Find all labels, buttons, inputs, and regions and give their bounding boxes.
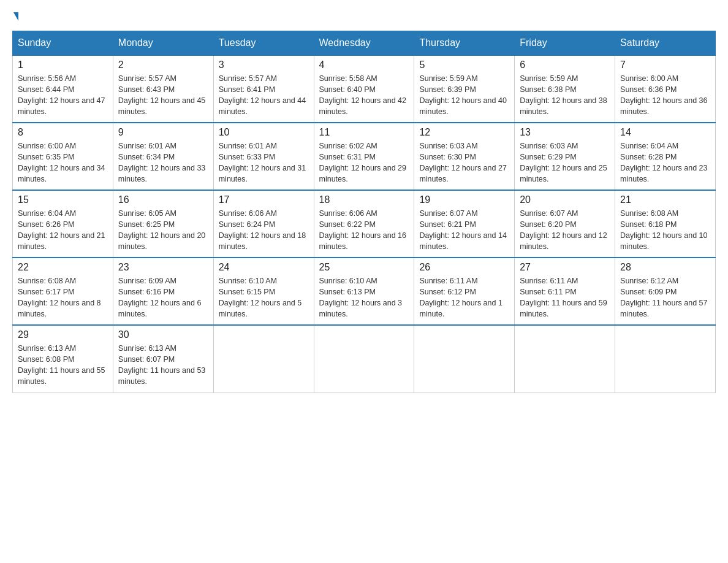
calendar-cell: 5Sunrise: 5:59 AMSunset: 6:39 PMDaylight… <box>414 55 515 123</box>
day-info: Sunrise: 6:11 AMSunset: 6:11 PMDaylight:… <box>520 275 610 320</box>
calendar-cell: 11Sunrise: 6:02 AMSunset: 6:31 PMDayligh… <box>314 123 414 190</box>
day-number: 9 <box>118 127 208 138</box>
calendar-cell: 13Sunrise: 6:03 AMSunset: 6:29 PMDayligh… <box>515 123 615 190</box>
calendar-cell: 28Sunrise: 6:12 AMSunset: 6:09 PMDayligh… <box>615 258 716 325</box>
day-info: Sunrise: 6:07 AMSunset: 6:21 PMDaylight:… <box>419 208 509 253</box>
day-info: Sunrise: 6:09 AMSunset: 6:16 PMDaylight:… <box>118 275 208 320</box>
calendar-header-wednesday: Wednesday <box>314 31 414 56</box>
day-number: 7 <box>620 59 710 71</box>
calendar-week-row: 8Sunrise: 6:00 AMSunset: 6:35 PMDaylight… <box>13 123 716 190</box>
day-info: Sunrise: 5:57 AMSunset: 6:43 PMDaylight:… <box>118 73 208 118</box>
day-number: 1 <box>18 59 108 71</box>
calendar-cell: 22Sunrise: 6:08 AMSunset: 6:17 PMDayligh… <box>13 258 113 325</box>
calendar-cell: 15Sunrise: 6:04 AMSunset: 6:26 PMDayligh… <box>13 190 113 258</box>
day-number: 5 <box>419 59 509 71</box>
calendar-cell: 18Sunrise: 6:06 AMSunset: 6:22 PMDayligh… <box>314 190 414 258</box>
calendar-week-row: 1Sunrise: 5:56 AMSunset: 6:44 PMDaylight… <box>13 55 716 123</box>
day-info: Sunrise: 5:56 AMSunset: 6:44 PMDaylight:… <box>18 73 108 118</box>
calendar-cell: 3Sunrise: 5:57 AMSunset: 6:41 PMDaylight… <box>213 55 314 123</box>
logo-triangle-icon <box>13 12 18 21</box>
calendar-cell: 12Sunrise: 6:03 AMSunset: 6:30 PMDayligh… <box>414 123 515 190</box>
day-info: Sunrise: 6:00 AMSunset: 6:36 PMDaylight:… <box>620 73 710 118</box>
day-number: 19 <box>419 194 509 205</box>
day-number: 17 <box>219 194 309 205</box>
calendar-cell: 9Sunrise: 6:01 AMSunset: 6:34 PMDaylight… <box>113 123 213 190</box>
day-info: Sunrise: 6:04 AMSunset: 6:26 PMDaylight:… <box>18 208 108 253</box>
calendar-week-row: 15Sunrise: 6:04 AMSunset: 6:26 PMDayligh… <box>13 190 716 258</box>
day-info: Sunrise: 6:10 AMSunset: 6:15 PMDaylight:… <box>219 275 309 320</box>
calendar-week-row: 22Sunrise: 6:08 AMSunset: 6:17 PMDayligh… <box>13 258 716 325</box>
calendar-cell: 7Sunrise: 6:00 AMSunset: 6:36 PMDaylight… <box>615 55 716 123</box>
day-number: 4 <box>319 59 409 71</box>
day-number: 21 <box>620 194 710 205</box>
calendar-cell: 4Sunrise: 5:58 AMSunset: 6:40 PMDaylight… <box>314 55 414 123</box>
calendar-cell: 29Sunrise: 6:13 AMSunset: 6:08 PMDayligh… <box>13 325 113 393</box>
calendar-cell: 21Sunrise: 6:08 AMSunset: 6:18 PMDayligh… <box>615 190 716 258</box>
day-info: Sunrise: 6:01 AMSunset: 6:33 PMDaylight:… <box>219 140 309 185</box>
day-number: 18 <box>319 194 409 205</box>
calendar-table: SundayMondayTuesdayWednesdayThursdayFrid… <box>12 31 716 393</box>
day-info: Sunrise: 6:07 AMSunset: 6:20 PMDaylight:… <box>520 208 610 253</box>
calendar-body: 1Sunrise: 5:56 AMSunset: 6:44 PMDaylight… <box>13 55 716 393</box>
day-number: 15 <box>18 194 108 205</box>
day-number: 30 <box>118 329 208 340</box>
calendar-week-row: 29Sunrise: 6:13 AMSunset: 6:08 PMDayligh… <box>13 325 716 393</box>
calendar-header-sunday: Sunday <box>13 31 113 56</box>
day-info: Sunrise: 6:13 AMSunset: 6:08 PMDaylight:… <box>18 343 108 388</box>
calendar-header-saturday: Saturday <box>615 31 716 56</box>
calendar-cell: 19Sunrise: 6:07 AMSunset: 6:21 PMDayligh… <box>414 190 515 258</box>
calendar-cell: 23Sunrise: 6:09 AMSunset: 6:16 PMDayligh… <box>113 258 213 325</box>
day-number: 20 <box>520 194 610 205</box>
day-info: Sunrise: 6:05 AMSunset: 6:25 PMDaylight:… <box>118 208 208 253</box>
calendar-cell: 8Sunrise: 6:00 AMSunset: 6:35 PMDaylight… <box>13 123 113 190</box>
calendar-cell: 30Sunrise: 6:13 AMSunset: 6:07 PMDayligh… <box>113 325 213 393</box>
day-info: Sunrise: 6:13 AMSunset: 6:07 PMDaylight:… <box>118 343 208 388</box>
day-info: Sunrise: 5:57 AMSunset: 6:41 PMDaylight:… <box>219 73 309 118</box>
calendar-cell: 24Sunrise: 6:10 AMSunset: 6:15 PMDayligh… <box>213 258 314 325</box>
day-info: Sunrise: 6:04 AMSunset: 6:28 PMDaylight:… <box>620 140 710 185</box>
day-info: Sunrise: 6:03 AMSunset: 6:30 PMDaylight:… <box>419 140 509 185</box>
day-info: Sunrise: 6:12 AMSunset: 6:09 PMDaylight:… <box>620 275 710 320</box>
day-number: 25 <box>319 262 409 273</box>
calendar-cell: 1Sunrise: 5:56 AMSunset: 6:44 PMDaylight… <box>13 55 113 123</box>
day-info: Sunrise: 6:06 AMSunset: 6:24 PMDaylight:… <box>219 208 309 253</box>
day-info: Sunrise: 6:01 AMSunset: 6:34 PMDaylight:… <box>118 140 208 185</box>
calendar-cell <box>314 325 414 393</box>
day-info: Sunrise: 6:03 AMSunset: 6:29 PMDaylight:… <box>520 140 610 185</box>
day-number: 22 <box>18 262 108 273</box>
calendar-cell <box>515 325 615 393</box>
day-number: 14 <box>620 127 710 138</box>
calendar-header-tuesday: Tuesday <box>213 31 314 56</box>
page-header <box>12 12 716 21</box>
day-info: Sunrise: 5:59 AMSunset: 6:38 PMDaylight:… <box>520 73 610 118</box>
day-number: 28 <box>620 262 710 273</box>
calendar-cell: 20Sunrise: 6:07 AMSunset: 6:20 PMDayligh… <box>515 190 615 258</box>
calendar-cell: 2Sunrise: 5:57 AMSunset: 6:43 PMDaylight… <box>113 55 213 123</box>
calendar-header-friday: Friday <box>515 31 615 56</box>
day-info: Sunrise: 6:02 AMSunset: 6:31 PMDaylight:… <box>319 140 409 185</box>
day-number: 11 <box>319 127 409 138</box>
calendar-cell: 6Sunrise: 5:59 AMSunset: 6:38 PMDaylight… <box>515 55 615 123</box>
calendar-cell: 10Sunrise: 6:01 AMSunset: 6:33 PMDayligh… <box>213 123 314 190</box>
calendar-cell: 26Sunrise: 6:11 AMSunset: 6:12 PMDayligh… <box>414 258 515 325</box>
day-number: 10 <box>219 127 309 138</box>
day-info: Sunrise: 6:00 AMSunset: 6:35 PMDaylight:… <box>18 140 108 185</box>
calendar-cell: 17Sunrise: 6:06 AMSunset: 6:24 PMDayligh… <box>213 190 314 258</box>
day-number: 26 <box>419 262 509 273</box>
day-number: 13 <box>520 127 610 138</box>
calendar-cell: 14Sunrise: 6:04 AMSunset: 6:28 PMDayligh… <box>615 123 716 190</box>
day-info: Sunrise: 6:08 AMSunset: 6:17 PMDaylight:… <box>18 275 108 320</box>
calendar-cell: 27Sunrise: 6:11 AMSunset: 6:11 PMDayligh… <box>515 258 615 325</box>
day-info: Sunrise: 6:06 AMSunset: 6:22 PMDaylight:… <box>319 208 409 253</box>
day-number: 16 <box>118 194 208 205</box>
calendar-cell: 25Sunrise: 6:10 AMSunset: 6:13 PMDayligh… <box>314 258 414 325</box>
calendar-header-monday: Monday <box>113 31 213 56</box>
day-number: 8 <box>18 127 108 138</box>
calendar-cell <box>213 325 314 393</box>
day-info: Sunrise: 6:08 AMSunset: 6:18 PMDaylight:… <box>620 208 710 253</box>
day-number: 24 <box>219 262 309 273</box>
day-number: 3 <box>219 59 309 71</box>
day-number: 12 <box>419 127 509 138</box>
day-number: 6 <box>520 59 610 71</box>
day-info: Sunrise: 5:58 AMSunset: 6:40 PMDaylight:… <box>319 73 409 118</box>
